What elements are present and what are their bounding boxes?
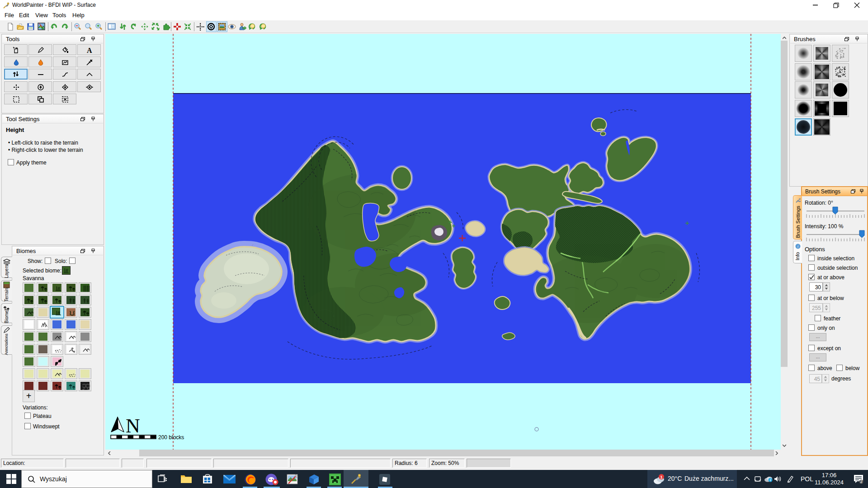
svg-text:2: 2 <box>860 479 863 484</box>
svg-text:200 blocks: 200 blocks <box>158 434 184 441</box>
svg-text:A: A <box>87 47 92 54</box>
svg-text:1: 1 <box>660 475 662 479</box>
svg-text:N: N <box>126 416 140 435</box>
